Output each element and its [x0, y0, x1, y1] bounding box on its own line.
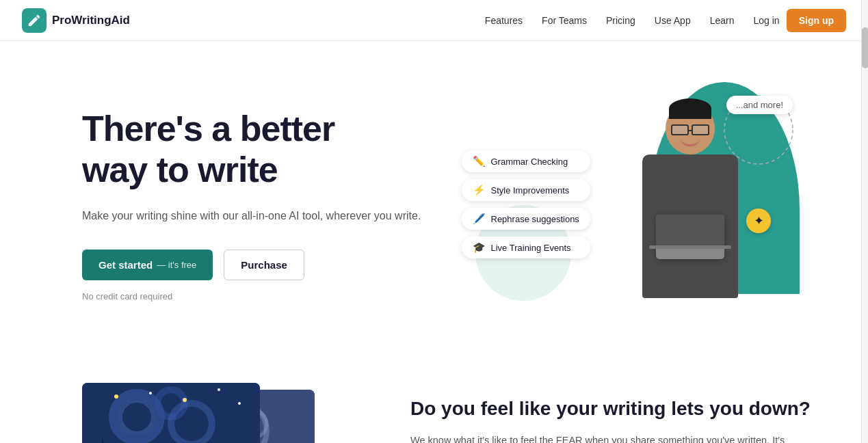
hero-content: There's a better way to write Make your … [82, 109, 448, 301]
painting-area: My idea in my head [82, 383, 369, 443]
hero-subtitle: Make your writing shine with our all-in-… [82, 207, 448, 225]
pill-grammar: ✏️ Grammar Checking [462, 150, 590, 172]
rephrase-icon: 🖊️ [473, 213, 486, 225]
hero-buttons: Get started — it's free Purchase [82, 250, 448, 280]
hero-title: There's a better way to write [82, 109, 448, 191]
painting-stack: My idea in my head [82, 383, 315, 443]
svg-point-13 [218, 388, 220, 391]
smile [681, 138, 700, 146]
second-section-text: We know what it's like to feel the FEAR … [410, 432, 813, 443]
pill-style: ⚡ Style Improvements [462, 179, 590, 201]
navbar: ProWritingAid Features For Teams Pricing… [0, 0, 868, 41]
hero-section: There's a better way to write Make your … [0, 41, 868, 355]
pill-rephrase: 🖊️ Rephrase suggestions [462, 208, 590, 230]
no-credit-card-text: No credit card required [82, 291, 448, 301]
training-icon: 🎓 [473, 241, 486, 254]
right-lens [692, 124, 709, 135]
starry-night-svg [82, 383, 260, 443]
svg-point-14 [238, 402, 241, 405]
brand-logo[interactable]: ProWritingAid [22, 8, 130, 33]
laptop-screen [656, 215, 724, 245]
nav-links: Features For Teams Pricing Use App Learn [478, 14, 741, 27]
svg-point-11 [149, 392, 152, 394]
more-badge: ...and more! [726, 96, 793, 114]
hair [669, 98, 711, 119]
page-scrollbar[interactable] [861, 0, 868, 443]
laptop-base [649, 245, 731, 249]
person-head [666, 103, 715, 155]
signup-button[interactable]: Sign up [787, 9, 846, 32]
hero-image: ...and more! [448, 82, 814, 328]
logo-svg [27, 13, 42, 28]
nav-learn[interactable]: Learn [703, 11, 741, 30]
purchase-button[interactable]: Purchase [224, 250, 304, 280]
second-section-title: Do you feel like your writing lets you d… [410, 397, 813, 421]
nav-features[interactable]: Features [478, 11, 529, 30]
glasses-bridge [687, 130, 693, 131]
second-section: My idea in my head Do you feel like your… [0, 355, 868, 443]
nav-for-teams[interactable]: For Teams [535, 11, 594, 30]
brand-name: ProWritingAid [52, 14, 130, 27]
nav-pricing[interactable]: Pricing [599, 11, 642, 30]
svg-point-12 [183, 398, 187, 402]
feature-pills: ✏️ Grammar Checking ⚡ Style Improvements… [462, 150, 590, 258]
logo-icon [22, 8, 47, 33]
grammar-icon: ✏️ [473, 155, 486, 167]
svg-point-10 [114, 394, 118, 399]
login-link[interactable]: Log in [747, 11, 787, 30]
nav-use-app[interactable]: Use App [648, 11, 698, 30]
style-icon: ⚡ [473, 184, 486, 196]
laptop [656, 215, 724, 259]
scrollbar-thumb[interactable] [862, 27, 868, 68]
star-badge: ✦ [746, 209, 771, 233]
starry-night-painting [82, 383, 260, 443]
pill-training: 🎓 Live Training Events [462, 237, 590, 258]
get-started-button[interactable]: Get started — it's free [82, 250, 213, 280]
person-body [642, 155, 738, 298]
left-lens [671, 124, 689, 135]
second-content: Do you feel like your writing lets you d… [410, 383, 813, 443]
